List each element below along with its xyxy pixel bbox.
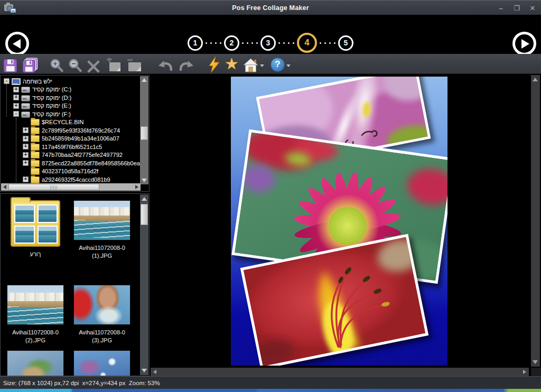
close-button[interactable]: ✕ [528, 4, 537, 12]
tree-item-folder[interactable]: 40323710d58a716d2f [2, 167, 140, 176]
zoom-out-icon [68, 58, 82, 73]
folder-icon [31, 135, 39, 142]
tree-expander[interactable]: + [23, 144, 29, 150]
home-dropdown-caret[interactable] [260, 64, 264, 67]
lightning-icon [208, 57, 220, 73]
app-window: Pos Free Collage Maker – ❐ ✕ Back 1 2 3 … [0, 0, 541, 392]
tree-item-folder[interactable]: +747b70baa24f2775efe2497792 [2, 151, 140, 160]
status-bar: Size: (768 x 1024) px,72 dpi x=274,y=434… [0, 376, 541, 389]
tree-item-drive-e[interactable]: +דיסק מקומי (E:) [2, 102, 140, 110]
undo-button[interactable] [157, 55, 174, 73]
step-5[interactable]: 5 [338, 35, 353, 51]
photo-thumbnail [7, 350, 64, 376]
thumbnail-label: Avihai11072008-0 (2).JPG [5, 329, 66, 344]
thumbnails-vertical-scrollbar[interactable] [140, 194, 148, 375]
tree-vertical-scrollbar[interactable] [140, 76, 148, 184]
minimize-button[interactable]: – [497, 4, 505, 12]
scroll-down-arrow[interactable] [533, 360, 538, 364]
tree-item-drive-c[interactable]: +דיסק מקומי (C:) [2, 86, 140, 94]
effects-button[interactable] [208, 55, 220, 73]
favorites-button[interactable]: ★ [225, 55, 239, 73]
photo-thumbnail [73, 285, 130, 325]
help-button[interactable]: ? [270, 55, 291, 73]
tree-expander[interactable]: + [23, 152, 29, 158]
tree-item-folder[interactable]: +117a459f76bf6521c1c5 [2, 143, 140, 151]
delete-button[interactable] [87, 55, 100, 73]
step-4-active[interactable]: 4 [297, 33, 317, 53]
tree-expander[interactable]: - [13, 111, 19, 117]
disk-icon [21, 95, 30, 101]
canvas-vertical-scrollbar[interactable] [531, 75, 540, 367]
tree-item-folder[interactable]: +5b245859b49b1a34e1006a07 [2, 135, 140, 143]
disk-icon [21, 102, 30, 109]
help-dropdown-caret[interactable] [286, 64, 291, 67]
tree-expander[interactable]: + [23, 136, 29, 142]
tree-expander[interactable]: + [23, 176, 29, 182]
scrollbar-thumb[interactable] [8, 184, 99, 190]
redo-button[interactable] [178, 55, 194, 73]
zoom-in-button[interactable] [50, 55, 64, 73]
photo-thumbnail [7, 285, 64, 325]
folder-icon [31, 152, 39, 158]
photo-thumbnail [73, 200, 130, 240]
help-icon: ? [270, 58, 285, 72]
photo-thumbnail [73, 350, 130, 376]
toolbar: ★ ? [0, 54, 541, 74]
directory-tree-panel: -המחשב שלי +דיסק מקומי (C:) +דיסק מקומי … [0, 75, 150, 192]
thumbnail-photo-item[interactable]: Avihai11072008-0 (3).JPG [71, 285, 133, 344]
collage-canvas-area [151, 75, 541, 376]
tree-expander[interactable]: + [13, 95, 19, 100]
scroll-down-arrow[interactable] [142, 369, 147, 372]
canvas-horizontal-scrollbar[interactable] [151, 368, 529, 376]
thumbnail-folder-item[interactable]: ערוך [5, 200, 66, 258]
tree-item-drive-f[interactable]: -דיסק מקומי (F:) [2, 110, 140, 118]
add-page-button[interactable] [106, 55, 122, 73]
tree-expander[interactable]: + [23, 127, 29, 133]
tree-horizontal-scrollbar[interactable] [1, 183, 141, 191]
step-3[interactable]: 3 [260, 35, 276, 51]
scroll-up-arrow[interactable] [533, 78, 538, 81]
restore-button[interactable]: ❐ [512, 4, 521, 12]
tree-item-folder[interactable]: +2c789f95e93f336fd769c26c74 [2, 126, 140, 135]
tree-expander[interactable]: + [13, 87, 19, 92]
thumbnail-photo-item[interactable] [5, 350, 66, 376]
thumbnail-photo-item[interactable]: Avihai11072008-0 (2).JPG [5, 285, 66, 344]
thumbnail-photo-item[interactable] [71, 350, 133, 376]
tree-item-folder[interactable]: +8725ecd22a8855df78e84958566b0ea [2, 159, 140, 167]
tree-item-my-computer[interactable]: -המחשב שלי [2, 77, 140, 86]
scroll-up-arrow[interactable] [142, 78, 147, 82]
scroll-left-arrow[interactable] [3, 185, 6, 189]
save-all-button[interactable] [22, 55, 38, 73]
step-2[interactable]: 2 [224, 35, 239, 51]
tree-item-folder[interactable]: +a29246932f54caccd081b9 [2, 175, 140, 184]
step-1[interactable]: 1 [188, 35, 203, 51]
thumbnail-photo-item[interactable]: Avihai11072008-0 (1).JPG [71, 200, 133, 260]
remove-page-icon [126, 58, 143, 73]
scrollbar-thumb[interactable] [141, 204, 148, 225]
back-arrow-icon [13, 39, 21, 49]
save-button[interactable] [3, 55, 17, 73]
home-button[interactable] [243, 55, 264, 73]
tree-item-folder[interactable]: $RECYCLE.BIN [2, 118, 140, 127]
tree-rows: -המחשב שלי +דיסק מקומי (C:) +דיסק מקומי … [2, 77, 140, 184]
tree-item-drive-d[interactable]: +דיסק מקומי (D:) [2, 94, 140, 102]
scrollbar-corner [531, 368, 541, 376]
scrollbar-thumb[interactable] [141, 126, 148, 140]
save-icon [3, 59, 17, 73]
scroll-down-arrow[interactable] [142, 179, 147, 182]
zoom-out-button[interactable] [68, 55, 82, 73]
tree-expander[interactable]: - [4, 78, 10, 84]
collage-page[interactable] [231, 77, 447, 366]
tree-expander[interactable]: + [13, 103, 19, 109]
remove-page-button[interactable] [126, 55, 143, 73]
scroll-right-arrow[interactable] [135, 185, 138, 189]
next-arrow-icon [521, 39, 529, 49]
undo-icon [157, 59, 174, 73]
scroll-left-arrow[interactable] [153, 370, 156, 374]
step-connector-dots [320, 42, 335, 44]
delete-x-icon [87, 59, 100, 73]
folder-icon [31, 127, 39, 134]
scroll-right-arrow[interactable] [523, 370, 526, 374]
tree-expander[interactable]: + [23, 160, 29, 166]
scroll-up-arrow[interactable] [142, 197, 147, 201]
